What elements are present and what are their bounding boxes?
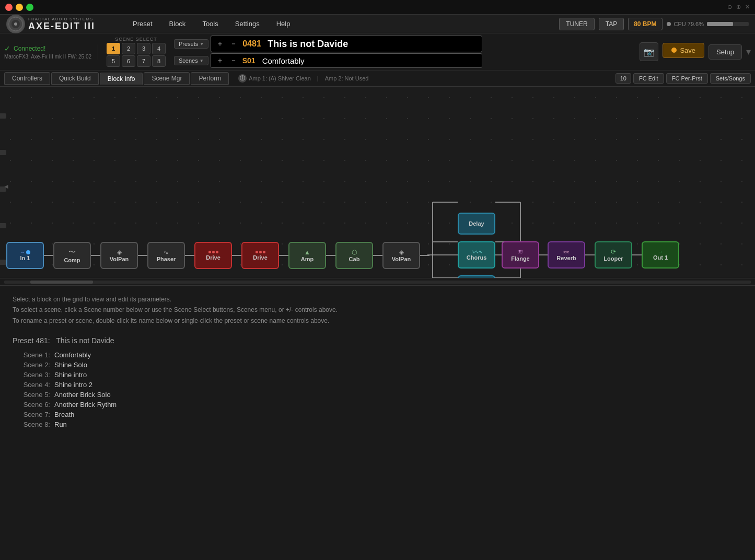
close-window-button[interactable] xyxy=(5,4,13,11)
fc-edit-button[interactable]: FC Edit xyxy=(633,73,664,84)
preset-display[interactable]: ＋ － 0481 This is not Davide xyxy=(211,36,482,52)
block-drive1-label: Drive xyxy=(206,254,220,261)
setup-button[interactable]: Setup xyxy=(708,44,742,60)
block-cab[interactable]: ⬡ Cab xyxy=(335,242,373,269)
preset-info-label: Preset 481: This is not Davide xyxy=(13,336,742,345)
minimize-window-button[interactable] xyxy=(16,4,23,11)
block-out1[interactable]: → Out 1 xyxy=(642,241,679,269)
block-cab-label: Cab xyxy=(349,256,360,262)
signal-chain: → In 1 〜 Comp ◈ VolPan ∿ Phaser xyxy=(6,242,429,269)
block-flange-label: Flange xyxy=(511,255,529,262)
tab-controllers[interactable]: Controllers xyxy=(4,72,50,85)
tuner-button[interactable]: TUNER xyxy=(559,18,594,30)
block-comp[interactable]: 〜 Comp xyxy=(53,242,91,269)
scrollbar-thumb[interactable] xyxy=(30,281,93,284)
preset-nav-up[interactable]: ＋ xyxy=(215,39,225,49)
presets-dropdown[interactable]: Presets xyxy=(174,39,208,49)
scene-btn-5[interactable]: 5 xyxy=(107,55,120,67)
block-drive2-label: Drive xyxy=(253,254,268,261)
tab-quick-build[interactable]: Quick Build xyxy=(51,72,99,85)
block-in1[interactable]: → In 1 xyxy=(6,242,44,269)
fc-per-prst-button[interactable]: FC Per-Prst xyxy=(666,73,708,84)
block-in1-label: In 1 xyxy=(20,255,30,261)
device-info: MarcoFX3: Axe-Fx III mk II FW: 25.02 xyxy=(4,54,94,60)
block-reverb[interactable]: ≈≈ Reverb xyxy=(548,241,585,269)
block-volpan2[interactable]: ◈ VolPan xyxy=(382,242,420,269)
hint-3: To rename a preset or scene, double-clic… xyxy=(13,316,742,326)
scene-btn-4[interactable]: 4 xyxy=(152,43,166,54)
tab-perform[interactable]: Perform xyxy=(191,72,229,85)
menu-preset[interactable]: Preset xyxy=(125,17,160,31)
row-indicator-2 xyxy=(0,150,6,155)
tab-bar-right: 10 FC Edit FC Per-Prst Sets/Songs xyxy=(615,73,751,84)
block-phaser[interactable]: ∿ Phaser xyxy=(147,242,185,269)
hint-1: Select a block on the grid to view and e… xyxy=(13,294,742,305)
scene-number: S01 xyxy=(242,56,258,65)
connector-2 xyxy=(91,255,100,256)
scene-btn-7[interactable]: 7 xyxy=(137,55,150,67)
scene-list-item-8[interactable]: Scene 8:Run xyxy=(13,421,742,428)
block-phaser-label: Phaser xyxy=(157,256,176,262)
scene-list-item-6[interactable]: Scene 6:Another Brick Rythm xyxy=(13,401,742,409)
amp-icon: ▲ xyxy=(304,249,310,256)
cpu-label: CPU 79.6% xyxy=(674,21,704,27)
connector-6 xyxy=(279,255,288,256)
scene-btn-2[interactable]: 2 xyxy=(122,43,135,54)
scene-list-name-1: Comfortably xyxy=(54,351,91,359)
save-button[interactable]: Save xyxy=(663,43,704,58)
scene-list-num-4: Scene 4: xyxy=(13,381,50,389)
menu-tools[interactable]: Tools xyxy=(195,17,225,31)
menu-help[interactable]: Help xyxy=(269,17,298,31)
scene-list: Scene 1:ComfortablyScene 2:Shine SoloSce… xyxy=(13,351,742,428)
scene-list-item-4[interactable]: Scene 4:Shine intro 2 xyxy=(13,381,742,389)
scene-btn-8[interactable]: 8 xyxy=(152,55,166,67)
scenes-dropdown[interactable]: Scenes xyxy=(174,56,208,65)
tap-button[interactable]: TAP xyxy=(599,18,624,30)
block-drive2[interactable]: Drive xyxy=(241,242,279,269)
scene-list-item-5[interactable]: Scene 5:Another Brick Solo xyxy=(13,391,742,399)
dropdown-arrow[interactable]: ▾ xyxy=(746,46,751,57)
bpm-display[interactable]: 80 BPM xyxy=(628,18,662,30)
grid-area: ◄ → In 1 〜 Comp ◈ VolPan ∿ Phaser xyxy=(0,87,755,286)
camera-button[interactable]: 📷 xyxy=(640,42,658,61)
tab-bar: Controllers Quick Build Block Info Scene… xyxy=(0,71,755,87)
scene-nav-down[interactable]: － xyxy=(229,56,238,65)
block-looper-label: Looper xyxy=(603,255,623,262)
menu-settings[interactable]: Settings xyxy=(228,17,267,31)
block-chorus[interactable]: ∿∿∿ Chorus xyxy=(458,241,495,269)
preset-number: 0481 xyxy=(242,39,263,49)
cpu-dot xyxy=(667,22,671,26)
scene-nav-up[interactable]: ＋ xyxy=(215,56,225,65)
left-arrow-icon: ◄ xyxy=(3,183,9,190)
scene-list-item-7[interactable]: Scene 7:Breath xyxy=(13,411,742,418)
cpu-bar-bg xyxy=(707,22,749,26)
scene-display[interactable]: ＋ － S01 Comfortably xyxy=(211,53,482,68)
scrollbar-track[interactable] xyxy=(4,281,751,284)
scene-btn-1[interactable]: 1 xyxy=(107,43,120,54)
scene-btn-6[interactable]: 6 xyxy=(122,55,135,67)
block-volpan2-label: VolPan xyxy=(392,256,411,262)
scene-row-top: 1 2 3 4 xyxy=(107,43,166,54)
preset-nav-down[interactable]: － xyxy=(229,39,238,49)
connector-1 xyxy=(44,255,53,256)
block-looper[interactable]: ⟳ Looper xyxy=(595,241,632,269)
scene-btn-3[interactable]: 3 xyxy=(137,43,150,54)
block-flange[interactable]: ≋ Flange xyxy=(502,241,539,269)
block-volpan[interactable]: ◈ VolPan xyxy=(100,242,138,269)
tab-scene-mgr[interactable]: Scene Mgr xyxy=(144,72,190,85)
scene-list-item-3[interactable]: Scene 3:Shine intro xyxy=(13,371,742,379)
connector-8 xyxy=(373,255,382,256)
block-volpan-label: VolPan xyxy=(110,256,129,262)
menu-block[interactable]: Block xyxy=(162,17,193,31)
block-amp[interactable]: ▲ Amp xyxy=(288,242,326,269)
scene-list-name-7: Breath xyxy=(54,411,74,418)
scene-list-item-1[interactable]: Scene 1:Comfortably xyxy=(13,351,742,359)
maximize-window-button[interactable] xyxy=(26,4,33,11)
scene-list-item-2[interactable]: Scene 2:Shine Solo xyxy=(13,361,742,369)
hint-2: To select a scene, click a Scene number … xyxy=(13,305,742,315)
block-drive1[interactable]: Drive xyxy=(194,242,232,269)
block-delay-top[interactable]: Delay xyxy=(458,213,495,235)
tab-block-info[interactable]: Block Info xyxy=(100,73,143,85)
sets-songs-button[interactable]: Sets/Songs xyxy=(710,73,751,84)
block-out1-label: Out 1 xyxy=(653,254,668,261)
